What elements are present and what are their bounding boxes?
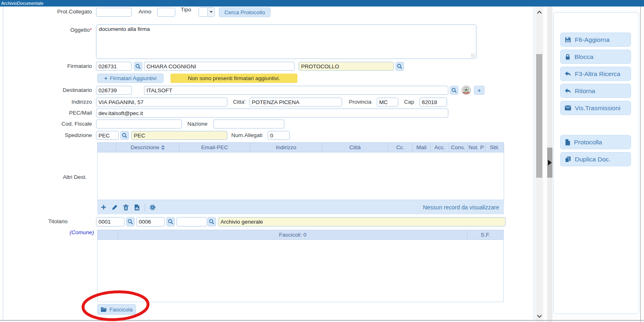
titolario-label: Titolario [15, 218, 68, 224]
firmatario-label: Firmatario [28, 63, 92, 69]
sort-icon [161, 145, 165, 150]
indirizzo-input[interactable] [96, 98, 227, 107]
column-header-descrizione[interactable]: Descrizione [116, 143, 179, 152]
destinatario-name-input[interactable] [144, 86, 448, 95]
sidebar-button-vis-trasmissioni[interactable]: Vis.Trasmissioni [560, 101, 631, 115]
column-header[interactable]: Acc. [430, 143, 449, 152]
titolario-code2-input[interactable] [136, 217, 165, 226]
provincia-input[interactable] [377, 98, 398, 107]
titolario-search1-button[interactable] [126, 217, 135, 226]
citta-input[interactable] [249, 98, 342, 107]
trash-icon [123, 204, 129, 211]
column-header[interactable]: Email-PEC [179, 143, 251, 152]
prot-collegato-input[interactable] [96, 8, 132, 17]
sidebar-button-duplica[interactable]: Duplica Doc. [560, 152, 631, 166]
tipo-select[interactable] [199, 7, 215, 17]
export-button[interactable] [134, 204, 140, 211]
scroll-down-icon[interactable] [535, 312, 543, 320]
ipa-emblem-button[interactable] [461, 85, 472, 96]
cap-input[interactable] [419, 98, 447, 107]
scroll-up-icon[interactable] [535, 8, 543, 16]
pec-mail-input[interactable] [96, 109, 448, 117]
firmatario-search-button[interactable] [134, 62, 142, 71]
column-header[interactable]: Not. P [467, 143, 485, 152]
lock-icon [565, 54, 571, 60]
comune-note: (Comune) [40, 229, 94, 235]
search-icon [397, 63, 403, 70]
cerca-protocollo-button[interactable]: Cerca Protocollo [219, 7, 271, 17]
sidebar-button-altra-ricerca[interactable]: F3-Altra Ricerca [560, 67, 631, 81]
scrollbar-thumb[interactable] [536, 54, 542, 178]
firmatario-name-input[interactable] [144, 62, 295, 71]
titolario-search3-button[interactable] [207, 217, 216, 226]
destinatario-add-button[interactable]: + [474, 86, 485, 95]
add-row-button[interactable] [100, 204, 107, 210]
sidebar-button-blocca[interactable]: Blocca [560, 50, 631, 64]
oggetto-textarea[interactable]: documento alla firma [96, 24, 476, 59]
bottom-edge-divider [0, 320, 644, 321]
nazione-label: Nazione [182, 121, 207, 127]
titolario-desc-input[interactable] [218, 217, 506, 226]
spedizione-desc-input[interactable] [131, 131, 227, 140]
column-header[interactable]: Indirizzo [250, 143, 322, 152]
toolbar-divider [145, 204, 145, 211]
search-icon [168, 219, 174, 225]
provincia-label: Provincia [345, 99, 371, 105]
destinatario-search-button[interactable] [450, 86, 458, 95]
settings-button[interactable] [149, 204, 156, 211]
column-header[interactable] [98, 143, 116, 152]
prot-collegato-label: Prot.Collegato [28, 9, 92, 15]
fascicoli-column-header[interactable]: Fascicoli: 0 [118, 230, 467, 239]
spedizione-label: Spedizione [28, 132, 92, 138]
anno-label: Anno [136, 9, 151, 15]
citta-label: Citta' [223, 99, 245, 105]
vertical-scrollbar[interactable] [535, 7, 543, 322]
destinatario-label: Destinatario [28, 87, 92, 93]
nazione-input[interactable] [213, 120, 284, 128]
app-title: ArchivioDocumentale [1, 1, 44, 6]
titolario-search2-button[interactable] [166, 217, 175, 226]
titolario-code1-input[interactable] [96, 217, 124, 226]
firmatario-role-search-button[interactable] [395, 62, 404, 71]
firmatario-role-input[interactable] [299, 62, 394, 71]
indirizzo-label: Indirizzo [28, 99, 92, 105]
resize-grip[interactable] [471, 54, 475, 58]
titolario-code3-input[interactable] [177, 217, 207, 226]
sidebar-button-protocolla[interactable]: Protocolla [560, 135, 631, 149]
action-sidebar: F6-Aggiorna Blocca F3-Altra Ricerca Rito… [553, 12, 639, 314]
fascicola-button[interactable]: Fascicola [97, 304, 136, 315]
search-icon [209, 219, 215, 225]
column-header[interactable]: Mail [413, 143, 430, 152]
required-asterisk: * [90, 27, 92, 33]
column-header[interactable]: Cc. [389, 143, 413, 152]
file-chart-icon [134, 204, 140, 211]
altri-dest-toolbar: Nessun record da visualizzare [97, 200, 504, 214]
envelope-icon [565, 105, 571, 111]
cod-fiscale-input[interactable] [96, 120, 182, 128]
panel-splitter[interactable] [547, 7, 552, 322]
firmatario-code-input[interactable] [96, 62, 132, 71]
page: ArchivioDocumentale Prot.Collegato Anno … [0, 0, 644, 322]
num-allegati-input[interactable] [268, 131, 290, 140]
sidebar-button-ritorna[interactable]: Ritorna [560, 84, 631, 98]
edit-row-button[interactable] [111, 204, 118, 211]
column-header[interactable]: Cons. [449, 143, 467, 152]
destinatario-code-input[interactable] [96, 86, 132, 95]
sidebar-collapse-handle[interactable] [547, 148, 552, 178]
spedizione-code-input[interactable] [96, 131, 119, 140]
document-icon [565, 139, 570, 146]
sf-column-header[interactable]: S.F. [467, 230, 503, 239]
back-arrow-icon [565, 71, 571, 77]
oggetto-label: Oggetto* [28, 27, 92, 33]
delete-row-button[interactable] [123, 204, 129, 211]
pec-mail-label: PEC/Mail [28, 110, 92, 116]
spedizione-search-button[interactable] [120, 131, 129, 140]
fascicoli-table-body [97, 240, 504, 302]
sidebar-button-aggiorna[interactable]: F6-Aggiorna [560, 33, 631, 47]
cod-fiscale-label: Cod. Fiscale [28, 121, 92, 127]
search-icon [122, 133, 128, 139]
firmatari-aggiuntivi-button[interactable]: + Firmatari Aggiuntivi [97, 74, 164, 83]
column-header[interactable]: Sbl. [485, 143, 504, 152]
fascicoli-table-header: Fascicoli: 0 S.F. [97, 230, 504, 240]
column-header[interactable]: Città [322, 143, 389, 152]
